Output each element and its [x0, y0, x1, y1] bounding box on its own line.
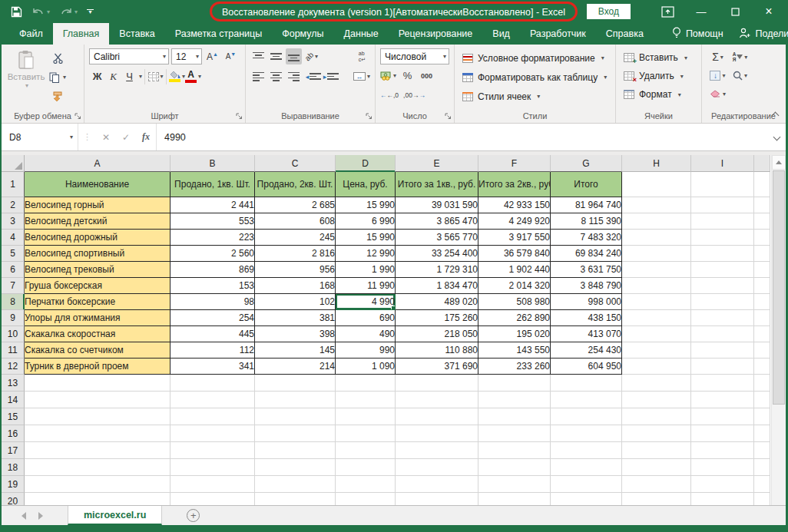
tab-file[interactable]: Файл [9, 23, 53, 45]
row-header-2[interactable]: 2 [2, 197, 25, 213]
cell-E11[interactable]: 110 880 [396, 342, 478, 359]
cell-D20[interactable] [336, 493, 396, 505]
cell-I2[interactable] [691, 197, 754, 213]
customize-qat-icon[interactable]: ▾ [87, 3, 94, 20]
cell-H16[interactable] [622, 425, 691, 442]
row-header-4[interactable]: 4 [2, 230, 25, 246]
cell-partial-16[interactable] [754, 425, 770, 442]
next-sheet-icon[interactable] [38, 512, 43, 520]
cell-C11[interactable]: 145 [255, 342, 336, 359]
cell-H10[interactable] [622, 326, 691, 342]
cancel-entry-icon[interactable]: ✕ [96, 132, 116, 143]
bold-button[interactable]: Ж [89, 68, 105, 84]
cell-C14[interactable] [255, 392, 336, 408]
cell-B2[interactable]: 2 441 [171, 197, 255, 213]
cell-G7[interactable]: 3 848 790 [551, 278, 622, 294]
align-center-button[interactable] [268, 68, 284, 84]
cell-E20[interactable] [396, 493, 478, 505]
cell-B10[interactable]: 445 [171, 326, 255, 342]
tab-page-layout[interactable]: Разметка страницы [165, 23, 272, 45]
cell-D13[interactable] [336, 375, 396, 392]
cell-E19[interactable] [396, 476, 478, 493]
autosum-button[interactable]: Σ▾ [710, 49, 726, 65]
cell-H14[interactable] [622, 392, 691, 408]
cell-D11[interactable]: 990 [336, 342, 396, 359]
column-header-H[interactable]: H [622, 155, 691, 172]
row-header-9[interactable]: 9 [2, 310, 25, 326]
cell-F16[interactable] [478, 425, 551, 442]
cell-A14[interactable] [25, 392, 171, 408]
cell-E17[interactable] [396, 442, 478, 459]
cell-G18[interactable] [551, 459, 622, 476]
cell-A1[interactable]: Наименование [25, 172, 171, 197]
cell-E14[interactable] [396, 392, 478, 408]
cell-G19[interactable] [551, 476, 622, 493]
cell-D4[interactable]: 15 990 [336, 230, 396, 246]
cell-partial-20[interactable] [754, 493, 770, 505]
vertical-scrollbar[interactable] [771, 155, 786, 505]
cell-partial-5[interactable] [754, 246, 770, 262]
cell-B7[interactable]: 153 [171, 278, 255, 294]
cell-I8[interactable] [691, 294, 754, 310]
row-header-13[interactable]: 13 [2, 375, 25, 392]
cell-A4[interactable]: Велосипед дорожный [25, 230, 171, 246]
cell-G8[interactable]: 998 000 [551, 294, 622, 310]
cell-C15[interactable] [255, 408, 336, 425]
row-header-1[interactable]: 1 [2, 172, 25, 197]
cell-G10[interactable]: 413 070 [551, 326, 622, 342]
cell-H1[interactable] [622, 172, 691, 197]
share-button[interactable]: Поделиться [731, 23, 788, 45]
align-left-button[interactable] [250, 68, 267, 84]
row-header-5[interactable]: 5 [2, 246, 25, 262]
cell-F15[interactable] [478, 408, 551, 425]
cell-I5[interactable] [691, 246, 754, 262]
cell-F6[interactable]: 1 902 440 [478, 262, 551, 278]
cell-E3[interactable]: 3 865 470 [396, 213, 478, 230]
cell-A11[interactable]: Скакалка со счетчиком [25, 342, 171, 359]
cell-F13[interactable] [478, 375, 551, 392]
cell-E13[interactable] [396, 375, 478, 392]
cell-partial-10[interactable] [754, 326, 770, 342]
clear-button[interactable]: ▾ [710, 86, 726, 102]
find-select-button[interactable]: ▾ [732, 68, 748, 84]
row-header-3[interactable]: 3 [2, 213, 25, 230]
cell-G14[interactable] [551, 392, 622, 408]
cell-F9[interactable]: 262 890 [478, 310, 551, 326]
column-header-B[interactable]: B [171, 155, 255, 172]
cell-E7[interactable]: 1 834 470 [396, 278, 478, 294]
format-cells-button[interactable]: Формат▾ [624, 85, 697, 104]
cell-C8[interactable]: 102 [255, 294, 336, 310]
cell-I14[interactable] [691, 392, 754, 408]
number-dialog-launcher-icon[interactable] [445, 113, 452, 120]
cell-D14[interactable] [336, 392, 396, 408]
cell-I10[interactable] [691, 326, 754, 342]
cell-G2[interactable]: 81 964 740 [551, 197, 622, 213]
select-all-corner[interactable] [2, 155, 25, 172]
format-as-table-button[interactable]: Форматировать как таблицу▾ [462, 68, 611, 87]
tab-home[interactable]: Главная [53, 23, 110, 45]
cell-partial-6[interactable] [754, 262, 770, 278]
format-painter-button[interactable] [49, 88, 66, 104]
cell-G13[interactable] [551, 375, 622, 392]
cell-F1[interactable]: Итого за 2кв., руб. [478, 172, 551, 197]
conditional-formatting-button[interactable]: Условное форматирование▾ [462, 48, 611, 68]
cell-A8[interactable]: Перчатки боксерские [25, 294, 171, 310]
cell-B4[interactable]: 223 [171, 230, 255, 246]
cell-F18[interactable] [478, 459, 551, 476]
increase-indent-button[interactable]: ▸ [321, 68, 337, 84]
cell-H7[interactable] [622, 278, 691, 294]
row-header-7[interactable]: 7 [2, 278, 25, 294]
cell-I4[interactable] [691, 230, 754, 246]
row-header-19[interactable]: 19 [2, 476, 25, 493]
cell-G12[interactable]: 604 950 [551, 359, 622, 375]
cell-B19[interactable] [171, 476, 255, 493]
increase-font-icon[interactable]: A▲ [204, 48, 220, 64]
cell-C18[interactable] [255, 459, 336, 476]
cell-G15[interactable] [551, 408, 622, 425]
undo-icon[interactable]: ▾ [31, 3, 50, 20]
cell-H18[interactable] [622, 459, 691, 476]
cell-G1[interactable]: Итого [551, 172, 622, 197]
minimize-button[interactable]: — [684, 0, 718, 23]
cell-E2[interactable]: 39 031 590 [396, 197, 478, 213]
decrease-decimal-button[interactable]: ,00→→ [403, 87, 425, 103]
